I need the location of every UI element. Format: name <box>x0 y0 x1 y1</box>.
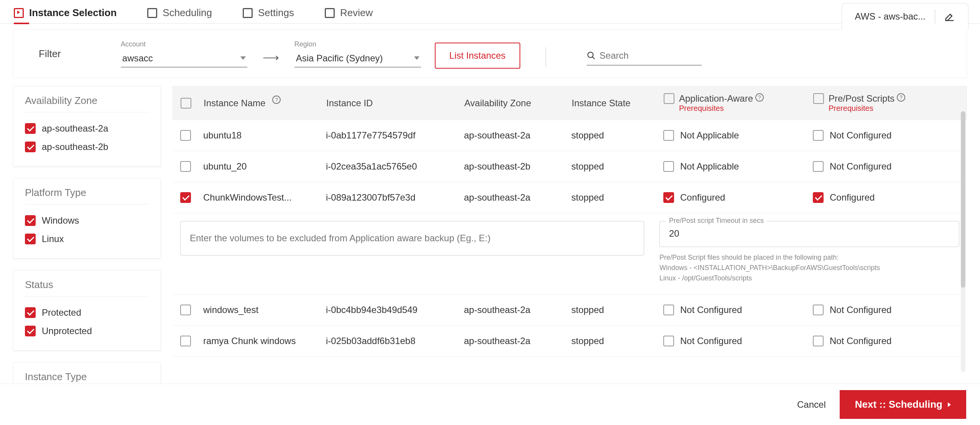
filter-group: Platform TypeWindowsLinux <box>13 178 161 259</box>
timeout-field: Pre/Post script Timeout in secs <box>659 221 959 247</box>
cell-prepost: Not Configured <box>813 305 959 315</box>
checkbox-icon <box>325 8 335 18</box>
cell-app-aware: Not Applicable <box>663 161 813 172</box>
help-icon[interactable]: ? <box>272 96 281 104</box>
select-all-checkbox[interactable] <box>181 98 191 109</box>
cell-zone: ap-southeast-2a <box>464 305 571 315</box>
row-checkbox <box>180 336 203 346</box>
cell-prepost: Not Configured <box>813 161 959 172</box>
timeout-input[interactable] <box>669 228 950 239</box>
edit-icon[interactable] <box>944 11 955 22</box>
list-instances-button[interactable]: List Instances <box>435 43 520 69</box>
scrollbar[interactable] <box>961 111 965 372</box>
cancel-button[interactable]: Cancel <box>797 399 826 410</box>
checkbox[interactable] <box>25 215 36 226</box>
instance-table: Instance Name? Instance ID Availability … <box>173 86 967 406</box>
prepost-checkbox[interactable] <box>813 336 824 346</box>
app-aware-checkbox[interactable] <box>663 336 674 346</box>
checkbox[interactable] <box>25 326 36 336</box>
tab-instance-selection[interactable]: Instance Selection <box>14 7 117 19</box>
prerequisites-link[interactable]: Prerequisites <box>829 104 905 113</box>
timeout-label: Pre/Post script Timeout in secs <box>666 217 767 225</box>
table-row[interactable]: ChunkWindowsTest...i-089a123007bf57e3dap… <box>173 182 967 213</box>
tab-settings[interactable]: Settings <box>243 7 294 19</box>
checkbox-icon <box>147 8 157 18</box>
row-checkbox[interactable] <box>180 192 191 203</box>
exclude-volumes-input[interactable] <box>180 221 644 255</box>
script-path-hint: Pre/Post Script files should be placed i… <box>659 252 959 283</box>
row-checkbox[interactable] <box>180 130 191 141</box>
next-button[interactable]: Next :: Scheduling <box>840 390 966 419</box>
filter-item[interactable]: Linux <box>25 230 149 248</box>
sidebar: Availability Zoneap-southeast-2aap-south… <box>13 86 161 406</box>
row-checkbox[interactable] <box>180 305 191 315</box>
cell-prepost: Not Configured <box>813 336 959 346</box>
filter-group: Availability Zoneap-southeast-2aap-south… <box>13 86 161 166</box>
search-input[interactable] <box>600 50 692 61</box>
cell-app-aware: Configured <box>663 192 813 203</box>
checkbox[interactable] <box>25 307 36 318</box>
account-value: awsacc <box>122 53 153 64</box>
row-checkbox[interactable] <box>180 161 191 172</box>
scrollbar-thumb[interactable] <box>961 111 965 288</box>
filter-group: StatusProtectedUnprotected <box>13 270 161 351</box>
chevron-down-icon <box>414 56 419 60</box>
app-aware-label: Not Configured <box>680 305 742 315</box>
app-aware-all-checkbox[interactable] <box>664 93 674 104</box>
cell-app-aware: Not Applicable <box>663 130 813 141</box>
app-aware-label: Not Applicable <box>680 161 739 172</box>
cell-zone: ap-southeast-2a <box>464 336 571 346</box>
region-field: Region Asia Pacific (Sydney) <box>294 40 421 68</box>
filter-item-label: ap-southeast-2b <box>42 142 108 152</box>
app-aware-checkbox[interactable] <box>663 130 674 141</box>
filter-item[interactable]: Protected <box>25 303 149 322</box>
tab-scheduling[interactable]: Scheduling <box>147 7 212 19</box>
account-select[interactable]: awsacc <box>121 51 247 68</box>
checkbox[interactable] <box>25 142 36 152</box>
cell-id: i-0ab1177e7754579df <box>326 130 464 141</box>
filter-item[interactable]: ap-southeast-2b <box>25 138 149 156</box>
cell-id: i-089a123007bf57e3d <box>326 192 464 203</box>
filter-item[interactable]: Unprotected <box>25 322 149 340</box>
row-checkbox[interactable] <box>180 336 191 346</box>
divider <box>935 10 935 23</box>
search-icon <box>587 51 596 60</box>
tab-label: Scheduling <box>163 7 212 19</box>
prepost-checkbox[interactable] <box>813 130 824 141</box>
filter-item[interactable]: ap-southeast-2a <box>25 119 149 138</box>
app-aware-checkbox[interactable] <box>663 192 674 203</box>
col-availability-zone: Availability Zone <box>464 98 531 109</box>
app-aware-checkbox[interactable] <box>663 161 674 172</box>
filter-group-title: Platform Type <box>25 187 149 204</box>
help-icon[interactable]: ? <box>755 93 764 102</box>
prepost-all-checkbox[interactable] <box>813 93 824 104</box>
cell-name: ubuntu_20 <box>203 161 326 172</box>
checkbox[interactable] <box>25 234 36 244</box>
search-field[interactable] <box>587 49 702 66</box>
app-aware-label: Not Applicable <box>680 130 739 141</box>
prepost-checkbox[interactable] <box>813 305 824 315</box>
wizard-tabs: Instance Selection Scheduling Settings R… <box>0 0 980 24</box>
filter-item-label: Protected <box>42 307 81 318</box>
filter-item[interactable]: Windows <box>25 211 149 230</box>
app-aware-label: Configured <box>680 192 725 203</box>
app-aware-checkbox[interactable] <box>663 305 674 315</box>
checkbox[interactable] <box>25 123 36 134</box>
prepost-checkbox[interactable] <box>813 192 824 203</box>
region-select[interactable]: Asia Pacific (Sydney) <box>294 51 421 68</box>
table-row[interactable]: ramya Chunk windowsi-025b03addf6b31eb8ap… <box>173 326 967 357</box>
account-field: Account awsacc <box>121 40 247 68</box>
table-row[interactable]: ubuntu18i-0ab1177e7754579dfap-southeast-… <box>173 120 967 151</box>
footer: Cancel Next :: Scheduling <box>0 384 980 425</box>
cell-prepost: Not Configured <box>813 130 959 141</box>
tab-review[interactable]: Review <box>325 7 373 19</box>
prepost-checkbox[interactable] <box>813 161 824 172</box>
app-aware-label: Not Configured <box>680 336 742 346</box>
help-icon[interactable]: ? <box>897 93 905 102</box>
prerequisites-link[interactable]: Prerequisites <box>679 104 764 113</box>
cell-name: ChunkWindowsTest... <box>203 192 326 203</box>
table-row[interactable]: windows_testi-0bc4bb94e3b49d549ap-southe… <box>173 295 967 326</box>
prepost-label: Not Configured <box>830 305 891 315</box>
cell-name: ubuntu18 <box>203 130 326 141</box>
table-row[interactable]: ubuntu_20i-02cea35a1ac5765e0ap-southeast… <box>173 151 967 182</box>
